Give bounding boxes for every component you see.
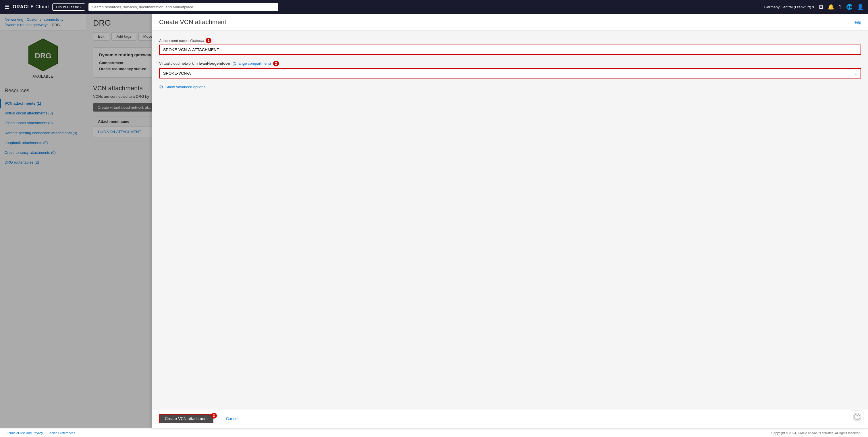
vcn-select-wrapper: SPOKE-VCN-A ⌄: [159, 68, 861, 79]
create-vcn-attachment-button[interactable]: Create VCN attachment: [159, 414, 213, 423]
console-icon[interactable]: ⊞: [819, 4, 823, 10]
vcn-label-row: Virtual cloud network in IwanHoogendoorn…: [159, 61, 861, 66]
nav-right: Germany Central (Frankfurt) ▾ ⊞ 🔔 ? 🌐 👤: [764, 4, 863, 10]
footer: Terms of Use and Privacy Cookie Preferen…: [0, 429, 868, 437]
help-icon[interactable]: ?: [839, 4, 842, 10]
user-avatar[interactable]: 👤: [857, 4, 863, 10]
chevron-down-icon: ▾: [812, 5, 814, 9]
panel-help-link[interactable]: Help: [854, 20, 861, 24]
step-badge-3: 3: [211, 413, 217, 418]
cloud-text: Cloud: [36, 4, 49, 9]
vcn-label: Virtual cloud network in: [159, 61, 199, 65]
cookie-link[interactable]: Cookie Preferences: [48, 431, 75, 435]
cancel-button[interactable]: Cancel: [226, 416, 239, 421]
hamburger-menu[interactable]: ☰: [5, 4, 9, 10]
advanced-options-label: Show Advanced options: [165, 85, 205, 89]
slide-panel: Create VCN attachment Help Attachment na…: [152, 14, 868, 428]
language-icon[interactable]: 🌐: [846, 4, 852, 10]
cloud-classic-button[interactable]: Cloud Classic ›: [52, 3, 85, 11]
top-navigation: ☰ ORACLE Cloud Cloud Classic › Search re…: [0, 0, 868, 14]
overlay-backdrop: Create VCN attachment Help Attachment na…: [0, 14, 868, 428]
svg-text:?: ?: [856, 414, 858, 419]
attachment-name-optional: Optional: [190, 38, 204, 43]
panel-title: Create VCN attachment: [159, 19, 226, 26]
attachment-name-label-row: Attachment name Optional 1: [159, 38, 861, 43]
panel-footer: Create VCN attachment 3 Cancel: [152, 409, 868, 428]
search-bar[interactable]: Search resources, services, documentatio…: [89, 3, 278, 11]
advanced-options-toggle[interactable]: ⚙ Show Advanced options: [159, 84, 861, 90]
advanced-options-icon: ⚙: [159, 84, 163, 90]
oracle-text: ORACLE: [13, 4, 34, 9]
region-selector[interactable]: Germany Central (Frankfurt) ▾: [764, 5, 814, 9]
vcn-group: Virtual cloud network in IwanHoogendoorn…: [159, 61, 861, 79]
vcn-select[interactable]: SPOKE-VCN-A: [159, 68, 861, 79]
step-badge-1: 1: [206, 38, 211, 43]
oracle-logo: ORACLE Cloud: [13, 4, 49, 9]
panel-content: Attachment name Optional 1 Virtual cloud…: [152, 31, 868, 409]
help-widget[interactable]: ?: [851, 411, 863, 423]
copyright-text: Copyright © 2024, Oracle and/or its affi…: [772, 431, 861, 435]
step-badge-2: 2: [273, 61, 279, 66]
attachment-name-label: Attachment name: [159, 38, 188, 43]
notification-icon[interactable]: 🔔: [828, 4, 834, 10]
attachment-name-group: Attachment name Optional 1: [159, 38, 861, 55]
attachment-name-input[interactable]: [159, 45, 861, 55]
svg-rect-5: [855, 418, 859, 419]
change-compartment-link[interactable]: (Change compartment): [232, 61, 271, 65]
compartment-name-text: IwanHoogendoorn: [199, 61, 231, 65]
terms-link[interactable]: Terms of Use and Privacy: [7, 431, 43, 435]
region-label: Germany Central (Frankfurt): [764, 5, 811, 9]
panel-header: Create VCN attachment Help: [152, 14, 868, 31]
